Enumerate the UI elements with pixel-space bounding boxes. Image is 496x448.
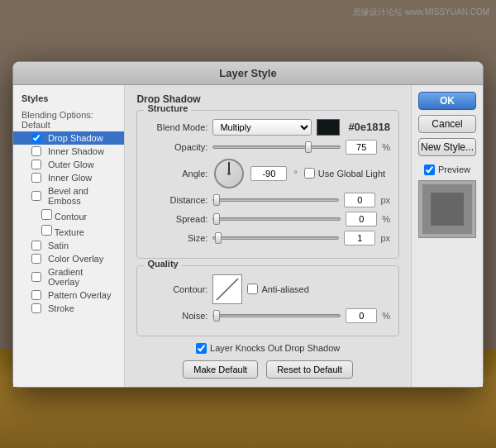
size-input[interactable] [344,231,375,245]
anti-aliased-checkbox[interactable] [247,284,258,294]
sidebar-item-texture[interactable]: Texture [13,223,124,239]
make-default-button[interactable]: Make Default [183,360,258,379]
bevel-emboss-label: Bevel and Emboss [48,186,116,206]
bevel-emboss-checkbox[interactable] [31,191,41,201]
size-row: Size: px [145,231,390,245]
inner-glow-checkbox[interactable] [31,173,41,183]
spread-row: Spread: % [145,212,390,226]
pattern-overlay-label: Pattern Overlay [48,290,111,300]
angle-input[interactable] [250,166,287,181]
structure-section: Structure Blend Mode: Multiply #0e1818 O… [136,110,399,259]
sidebar-item-color-overlay[interactable]: Color Overlay [13,252,124,265]
gradient-overlay-label: Gradient Overlay [48,267,116,287]
stroke-label: Stroke [48,303,74,313]
pattern-overlay-checkbox[interactable] [31,290,41,300]
angle-unit: ° [293,169,297,179]
opacity-label: Opacity: [145,142,207,152]
inner-shadow-label: Inner Shadow [48,146,104,156]
opacity-slider-container[interactable] [212,141,341,154]
blend-mode-label: Blend Mode: [145,122,207,132]
angle-dial[interactable] [214,159,244,188]
preview-checkbox[interactable] [424,164,435,175]
angle-label: Angle: [145,169,207,179]
outer-glow-checkbox[interactable] [31,160,41,169]
sidebar-item-satin[interactable]: Satin [13,239,124,252]
opacity-row: Opacity: % [145,140,390,155]
noise-row: Noise: % [145,308,390,323]
inner-glow-label: Inner Glow [48,173,92,183]
reset-default-button[interactable]: Reset to Default [266,360,353,379]
texture-label: Texture [55,227,84,237]
satin-checkbox[interactable] [31,241,41,250]
ok-button[interactable]: OK [418,92,476,110]
size-unit: px [380,233,390,243]
quality-section: Quality Contour: Anti-aliased [136,265,399,336]
size-slider[interactable] [212,231,339,245]
distance-slider[interactable] [212,193,339,207]
styles-panel-title: Styles [13,92,124,108]
styles-panel: Styles Blending Options: Default Drop Sh… [13,85,125,387]
angle-row: Angle: ° Use Global Light [145,159,390,188]
main-content: Drop Shadow Structure Blend Mode: Multip… [125,85,411,387]
contour-checkbox[interactable] [41,209,52,220]
distance-input[interactable] [344,193,375,207]
new-style-button[interactable]: New Style... [418,138,476,156]
angle-center-dot [227,172,231,175]
stroke-checkbox[interactable] [31,303,41,313]
anti-aliased-label[interactable]: Anti-aliased [247,284,308,294]
sidebar-item-outer-glow[interactable]: Outer Glow [13,158,124,171]
satin-label: Satin [48,241,69,250]
texture-checkbox[interactable] [41,225,52,236]
sidebar-item-contour[interactable]: Contour [13,207,124,223]
outer-glow-label: Outer Glow [48,160,94,169]
watermark: 思缘设计论坛 www.MISSYUAN.COM [353,7,489,18]
color-overlay-checkbox[interactable] [31,254,41,264]
distance-row: Distance: px [145,193,390,207]
spread-input[interactable] [346,212,377,226]
opacity-input[interactable] [346,140,377,155]
layer-knocks-checkbox[interactable] [196,343,207,354]
layer-knocks-text: Layer Knocks Out Drop Shadow [210,343,340,353]
opacity-unit: % [382,142,390,152]
distance-label: Distance: [145,195,207,205]
cancel-button[interactable]: Cancel [418,115,476,133]
preview-text: Preview [438,164,470,174]
blending-options-item[interactable]: Blending Options: Default [13,108,124,131]
sidebar-item-inner-glow[interactable]: Inner Glow [13,171,124,184]
contour-preview[interactable] [212,274,242,304]
sidebar-item-stroke[interactable]: Stroke [13,302,124,315]
size-label: Size: [145,233,207,243]
color-overlay-label: Color Overlay [48,254,103,264]
noise-input[interactable] [346,308,377,323]
noise-unit: % [382,311,390,321]
blend-mode-row: Blend Mode: Multiply #0e1818 [145,119,390,136]
anti-aliased-text: Anti-aliased [261,284,308,294]
layer-knocks-row: Layer Knocks Out Drop Shadow [136,343,399,354]
drop-shadow-checkbox[interactable] [31,133,41,143]
sidebar-item-inner-shadow[interactable]: Inner Shadow [13,145,124,158]
distance-unit: px [380,195,390,205]
noise-slider[interactable] [212,309,341,322]
spread-unit: % [382,214,390,224]
quality-legend: Quality [144,259,181,269]
drop-shadow-label: Drop Shadow [48,133,103,143]
noise-label: Noise: [145,311,207,321]
sidebar-item-drop-shadow[interactable]: Drop Shadow [13,131,124,145]
inner-shadow-checkbox[interactable] [31,146,41,156]
sidebar-item-gradient-overlay[interactable]: Gradient Overlay [13,265,124,288]
layer-style-dialog: Layer Style Styles Blending Options: Def… [12,61,484,388]
sidebar-item-pattern-overlay[interactable]: Pattern Overlay [13,288,124,302]
contour-label: Contour: [145,284,207,294]
use-global-light-checkbox[interactable] [304,168,315,179]
spread-slider[interactable] [212,212,341,226]
right-panel: OK Cancel New Style... Preview [411,85,483,387]
structure-legend: Structure [144,103,191,113]
gradient-overlay-checkbox[interactable] [31,272,41,282]
blend-mode-select[interactable]: Multiply [212,119,312,136]
sidebar-item-bevel-emboss[interactable]: Bevel and Emboss [13,184,124,207]
layer-knocks-label[interactable]: Layer Knocks Out Drop Shadow [196,343,340,354]
use-global-light-label[interactable]: Use Global Light [304,168,385,179]
preview-label[interactable]: Preview [418,164,476,175]
contour-row: Contour: Anti-aliased [145,274,390,304]
color-swatch[interactable] [317,119,340,136]
